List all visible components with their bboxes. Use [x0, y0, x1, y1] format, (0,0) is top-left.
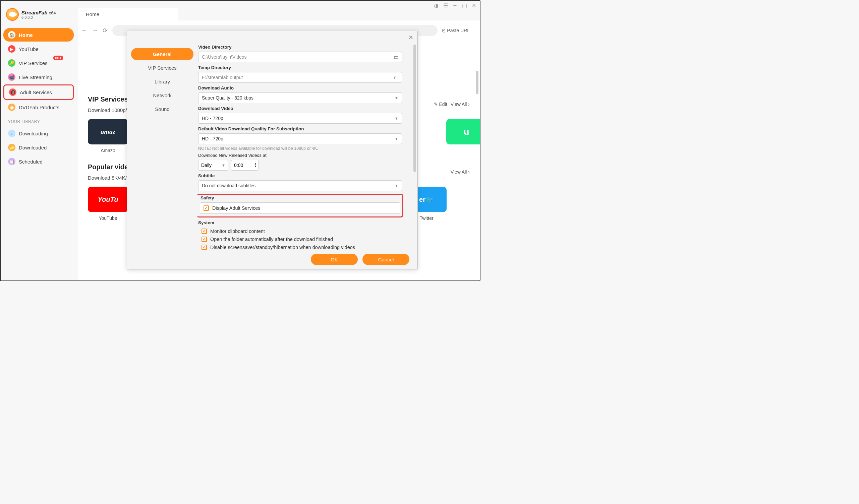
settings-sidebar: General VIP Services Library Network Sou… [127, 31, 197, 269]
edit-button[interactable]: ✎ Edit [434, 102, 447, 107]
input-value: 0:00 [234, 163, 243, 168]
select-download-audio[interactable]: Super Quality - 320 kbps ▼ [198, 92, 402, 103]
sidebar-item-adult[interactable]: 🔞 Adult Services [3, 85, 74, 100]
sidebar-item-home[interactable]: 🏠 Home [3, 28, 74, 42]
settings-tab-sound[interactable]: Sound [131, 103, 194, 115]
label-video-directory: Video Directory [198, 45, 409, 50]
key-icon: 🔑 [8, 59, 15, 67]
settings-tab-vip[interactable]: VIP Services [131, 62, 194, 74]
maximize-button[interactable]: ▢ [461, 2, 468, 9]
sidebar-item-downloading[interactable]: ↓ Downloading [3, 127, 74, 140]
input-temp-directory[interactable]: E:/streamfab output 🗀 [198, 72, 402, 83]
app-version: 6.0.0.0 [21, 15, 56, 19]
hot-badge: HOT [53, 56, 63, 60]
select-schedule-frequency[interactable]: Daily ▼ [198, 160, 228, 171]
checkbox-monitor-clipboard[interactable]: ✓ Monitor clipboard content [201, 227, 409, 235]
checkbox-display-adult[interactable]: ✓ Display Adult Services [200, 202, 400, 214]
tile-label: Twitter [419, 215, 433, 221]
sidebar: StreamFab x64 6.0.0.0 🏠 Home ▶ YouTube 🔑… [3, 7, 74, 168]
sidebar-item-livestreaming[interactable]: 📹 Live Streaming [3, 71, 74, 84]
download-icon: ↓ [8, 130, 15, 137]
label-new-released: Download New Released Videos at: [198, 153, 409, 158]
paste-url-button[interactable]: ⎘ Paste URL [442, 28, 470, 33]
content-scrollbar[interactable] [476, 71, 479, 94]
settings-tab-network[interactable]: Network [131, 89, 194, 102]
checkbox-label: Open the folder automatically after the … [210, 236, 333, 242]
label-default-quality: Default Video Download Quality For Subsc… [198, 126, 409, 131]
checkbox-icon: ✓ [201, 236, 207, 242]
hulu-logo: u [446, 119, 480, 144]
checkbox-open-folder[interactable]: ✓ Open the folder automatically after th… [201, 235, 409, 243]
checkbox-label: Monitor clipboard content [210, 229, 265, 234]
input-video-directory[interactable]: C:\Users\luyin\Videos 🗀 [198, 51, 402, 62]
sidebar-item-label: YouTube [19, 46, 39, 52]
select-value: Do not download subtitles [202, 183, 256, 188]
label-system: System [198, 220, 409, 225]
sidebar-item-label: Live Streaming [19, 74, 52, 80]
sidebar-item-label: Home [19, 32, 33, 38]
chevron-down-icon: ▼ [395, 116, 398, 120]
home-icon: 🏠 [8, 31, 15, 39]
tab-home[interactable]: Home [78, 8, 178, 20]
sidebar-item-label: Downloaded [19, 145, 47, 151]
select-value: Daily [201, 163, 212, 168]
camera-icon: 📹 [8, 73, 15, 81]
dvdfab-icon: ◉ [8, 104, 15, 111]
sidebar-item-label: DVDFab Products [19, 105, 59, 110]
tile-label: Amazo [101, 148, 115, 153]
label-download-video: Download Video [198, 106, 409, 111]
input-value: C:\Users\luyin\Videos [202, 54, 247, 60]
app-logo-icon [6, 8, 19, 21]
service-tile-hulu[interactable]: u [446, 119, 480, 153]
sidebar-item-label: Adult Services [20, 90, 52, 95]
label-safety: Safety [200, 195, 215, 200]
settings-scrollbar[interactable] [413, 45, 416, 172]
cancel-button[interactable]: Cancel [362, 254, 409, 265]
safety-section: Safety ✓ Display Adult Services [197, 194, 403, 217]
sidebar-item-dvdfab[interactable]: ◉ DVDFab Products [3, 101, 74, 114]
service-tile-amazon[interactable]: amaz Amazo [88, 119, 128, 153]
forward-button[interactable]: → [92, 27, 98, 34]
sidebar-item-scheduled[interactable]: 📋 Scheduled [3, 155, 74, 168]
minimize-button[interactable]: – [452, 2, 458, 9]
youtube-icon: ▶ [8, 45, 15, 52]
theme-icon[interactable]: ◑ [433, 2, 440, 9]
chevron-down-icon: ▼ [395, 96, 398, 100]
select-value: HD - 720p [202, 116, 223, 121]
menu-icon[interactable]: ☰ [442, 2, 449, 9]
youtube-logo: YouTu [88, 187, 128, 212]
chevron-down-icon: ▼ [395, 137, 398, 141]
close-button[interactable]: ✕ [470, 2, 477, 9]
browse-folder-icon[interactable]: 🗀 [394, 54, 398, 60]
input-schedule-time[interactable]: 0:00 ▲▼ [231, 160, 258, 171]
library-header: YOUR LIBRARY [3, 114, 74, 126]
refresh-button[interactable]: ⟳ [103, 27, 108, 34]
checkbox-disable-screensaver[interactable]: ✓ Disable screensaver/standby/hibernatio… [201, 243, 409, 251]
adult-icon: 🔞 [9, 89, 16, 96]
checkbox-label: Disable screensaver/standby/hibernation … [210, 245, 355, 250]
ok-button[interactable]: OK [311, 254, 358, 265]
checkbox-icon: ✓ [204, 205, 209, 211]
sidebar-item-vip[interactable]: 🔑 VIP Services HOT [3, 56, 74, 70]
select-download-video[interactable]: HD - 720p ▼ [198, 113, 402, 124]
sidebar-item-label: Downloading [19, 131, 48, 136]
sidebar-item-downloaded[interactable]: 📁 Downloaded [3, 141, 74, 154]
select-default-quality[interactable]: HD - 720p ▼ [198, 133, 402, 144]
select-subtitle[interactable]: Do not download subtitles ▼ [198, 180, 402, 191]
app-logo-area: StreamFab x64 6.0.0.0 [3, 7, 74, 26]
spin-down-icon[interactable]: ▼ [254, 165, 257, 168]
sidebar-item-youtube[interactable]: ▶ YouTube [3, 42, 74, 56]
tile-label: YouTube [99, 215, 117, 221]
browse-folder-icon[interactable]: 🗀 [394, 75, 398, 80]
section-title-vip: VIP Services [88, 95, 130, 103]
view-all-button[interactable]: View All › [451, 102, 470, 107]
back-button[interactable]: ← [81, 27, 87, 34]
input-value: E:/streamfab output [202, 75, 243, 80]
label-temp-directory: Temp Directory [198, 65, 409, 70]
settings-tab-general[interactable]: General [131, 48, 194, 60]
service-tile-youtube[interactable]: YouTu YouTube [88, 187, 128, 221]
view-all-button[interactable]: View All › [451, 169, 470, 174]
settings-tab-library[interactable]: Library [131, 75, 194, 88]
chevron-down-icon: ▼ [222, 163, 225, 167]
paste-icon: ⎘ [442, 28, 445, 33]
